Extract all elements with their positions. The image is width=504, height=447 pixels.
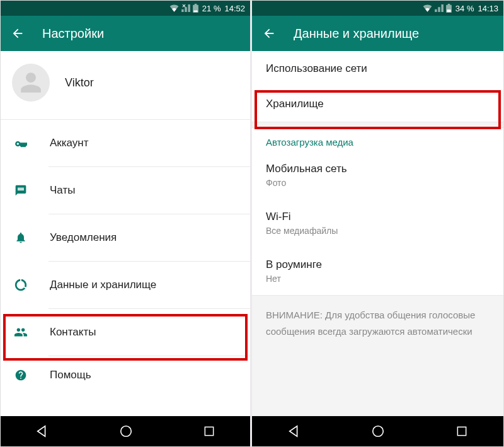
nav-back-button[interactable] — [35, 424, 49, 438]
nav-back-button[interactable] — [287, 424, 301, 438]
menu-label: Уведомления — [50, 231, 117, 244]
key-icon — [12, 137, 30, 149]
item-title: В роуминге — [266, 258, 490, 271]
item-mobile[interactable]: Мобильная сеть Фото — [252, 151, 503, 199]
menu-data-storage[interactable]: Данные и хранилище — [1, 262, 250, 308]
toolbar-title: Настройки — [42, 26, 104, 41]
svg-rect-3 — [447, 9, 450, 12]
back-button[interactable] — [11, 26, 25, 40]
item-roaming[interactable]: В роуминге Нет — [252, 247, 503, 295]
battery-icon — [446, 4, 452, 13]
item-wifi[interactable]: Wi-Fi Все медиафайлы — [252, 199, 503, 247]
content-area: Использование сети Хранилище Автозагрузк… — [252, 51, 503, 416]
toolbar: Данные и хранилище — [252, 16, 503, 51]
svg-point-4 — [373, 426, 384, 437]
wifi-icon — [169, 4, 179, 12]
status-bar: 34 % 14:13 — [252, 1, 503, 16]
navigation-bar — [1, 416, 250, 446]
signal-icon — [435, 4, 444, 12]
toolbar: Настройки — [1, 16, 250, 51]
menu-contacts[interactable]: Контакты — [1, 309, 250, 356]
nav-recent-button[interactable] — [203, 425, 215, 438]
menu-label: Чаты — [50, 184, 75, 197]
time-text: 14:52 — [224, 4, 245, 13]
item-subtitle: Нет — [266, 274, 490, 284]
wifi-icon — [423, 4, 432, 12]
menu-label: Помощь — [50, 369, 91, 381]
battery-text: 21 % — [202, 4, 221, 13]
battery-icon — [193, 4, 198, 13]
screen-settings: 21 % 14:52 Настройки Viktor Аккаунт Ч — [1, 1, 252, 446]
menu-account[interactable]: Аккаунт — [1, 120, 250, 166]
item-title: Использование сети — [266, 62, 490, 75]
toolbar-title: Данные и хранилище — [294, 26, 419, 41]
item-title: Хранилище — [266, 98, 490, 110]
data-usage-icon — [12, 278, 30, 292]
item-title: Мобильная сеть — [266, 163, 490, 175]
item-subtitle: Все медиафайлы — [266, 226, 490, 236]
status-bar: 21 % 14:52 — [1, 1, 250, 16]
nav-recent-button[interactable] — [455, 425, 468, 438]
chat-icon — [12, 184, 30, 197]
back-button[interactable] — [262, 26, 276, 40]
screen-data-storage: 34 % 14:13 Данные и хранилище Использова… — [252, 1, 503, 446]
menu-label: Аккаунт — [50, 137, 89, 149]
menu-label: Данные и хранилище — [50, 279, 156, 291]
svg-point-1 — [121, 426, 132, 437]
section-gap — [252, 122, 503, 128]
navigation-bar — [252, 416, 503, 446]
contacts-icon — [12, 326, 30, 339]
content-area: Viktor Аккаунт Чаты Уведомления — [1, 51, 250, 416]
avatar — [12, 64, 50, 102]
menu-label: Контакты — [50, 326, 96, 339]
item-title: Wi-Fi — [266, 211, 490, 223]
menu-notifications[interactable]: Уведомления — [1, 214, 250, 261]
signal-icon — [181, 4, 190, 12]
nav-home-button[interactable] — [371, 424, 385, 438]
note-autodownload: ВНИМАНИЕ: Для удобства общения голосовые… — [252, 295, 503, 416]
time-text: 14:13 — [478, 4, 498, 13]
profile-name: Viktor — [65, 76, 94, 90]
item-storage[interactable]: Хранилище — [252, 86, 503, 122]
help-icon — [12, 369, 30, 381]
profile-row[interactable]: Viktor — [1, 51, 250, 119]
menu-chats[interactable]: Чаты — [1, 167, 250, 214]
battery-text: 34 % — [455, 4, 474, 13]
section-autodownload: Автозагрузка медиа — [252, 128, 503, 151]
menu-help[interactable]: Помощь — [1, 356, 250, 394]
svg-rect-5 — [457, 427, 466, 435]
svg-rect-0 — [193, 11, 197, 13]
item-network-usage[interactable]: Использование сети — [252, 51, 503, 86]
item-subtitle: Фото — [266, 178, 490, 188]
bell-icon — [12, 231, 30, 244]
nav-home-button[interactable] — [119, 424, 133, 438]
svg-rect-2 — [205, 427, 213, 435]
